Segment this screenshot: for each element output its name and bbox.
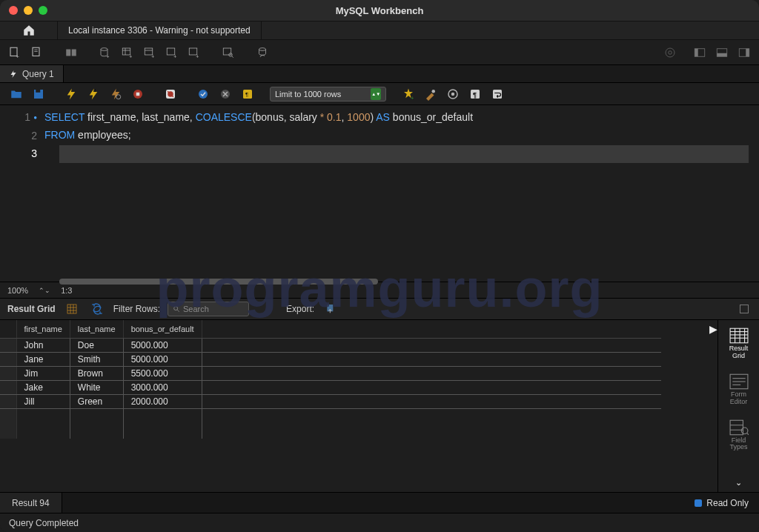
- table-cell[interactable]: Doe: [70, 339, 123, 353]
- column-header[interactable]: first_name: [16, 320, 70, 339]
- table-row[interactable]: JaneSmith5000.000: [0, 353, 661, 367]
- row-limit-label: Limit to 1000 rows: [275, 90, 341, 99]
- table-cell[interactable]: Smith: [70, 353, 123, 367]
- save-file-button[interactable]: [30, 85, 47, 103]
- maximize-result-button[interactable]: [740, 305, 749, 313]
- db-create-procedure-button[interactable]: +: [163, 44, 181, 61]
- toggle-autocommit-button[interactable]: [162, 85, 179, 103]
- execute-current-button[interactable]: I: [84, 85, 102, 103]
- side-panel-down-arrow[interactable]: ⌄: [735, 478, 742, 488]
- commit-button[interactable]: [194, 85, 212, 103]
- side-field-types-label: FieldTypes: [729, 437, 747, 452]
- db-create-function-button[interactable]: +: [185, 44, 203, 61]
- svg-line-58: [177, 310, 179, 312]
- table-cell[interactable]: 5000.000: [123, 339, 202, 353]
- db-create-view-button[interactable]: +: [141, 44, 159, 61]
- window-zoom-button[interactable]: [39, 6, 47, 15]
- read-only-label: Read Only: [706, 498, 749, 508]
- svg-text:+: +: [173, 53, 176, 59]
- table-cell[interactable]: Jim: [16, 367, 70, 381]
- titlebar: MySQL Workbench: [0, 0, 759, 21]
- read-only-indicator: Read Only: [684, 493, 759, 513]
- svg-text:+: +: [196, 53, 199, 59]
- result-tab-label: Result 94: [12, 498, 50, 508]
- db-create-table-button[interactable]: +: [119, 44, 136, 61]
- horizontal-scrollbar[interactable]: [59, 279, 378, 285]
- collapse-side-panel-arrow[interactable]: ▶: [709, 323, 717, 335]
- filter-search-input[interactable]: Search: [168, 302, 249, 316]
- find-button[interactable]: [422, 85, 440, 103]
- side-field-types-button[interactable]: FieldTypes: [721, 415, 757, 456]
- svg-rect-27: [695, 48, 698, 56]
- zoom-stepper-icon[interactable]: ⌃⌄: [39, 287, 50, 294]
- table-row[interactable]: JakeWhite3000.000: [0, 381, 661, 395]
- table-cell[interactable]: White: [70, 381, 123, 395]
- table-row[interactable]: JillGreen2000.000: [0, 395, 661, 409]
- db-create-schema-button[interactable]: +: [96, 44, 114, 61]
- footer-status-text: Query Completed: [9, 518, 79, 528]
- side-form-editor-label: FormEditor: [730, 391, 748, 406]
- table-cell[interactable]: Brown: [70, 367, 123, 381]
- table-cell[interactable]: Jane: [16, 353, 70, 367]
- result-grid[interactable]: first_namelast_namebonus_or_defaultJohnD…: [0, 320, 661, 439]
- reconnect-button[interactable]: [253, 44, 271, 61]
- window-minimize-button[interactable]: [24, 6, 33, 15]
- snippets-button[interactable]: [444, 85, 462, 103]
- panel-right-toggle[interactable]: [735, 44, 753, 61]
- svg-text:+: +: [411, 94, 414, 101]
- settings-button[interactable]: [661, 44, 679, 61]
- svg-line-75: [746, 433, 748, 434]
- result-tab-bar: Result 94 Read Only: [0, 492, 759, 513]
- window-close-button[interactable]: [9, 6, 18, 15]
- svg-text:¶: ¶: [245, 91, 248, 98]
- toggle-whitespace-button[interactable]: ¶: [239, 85, 256, 103]
- beautify-button[interactable]: +: [400, 85, 417, 103]
- sql-editor[interactable]: 1●23 SELECT first_name, last_name, COALE…: [0, 105, 759, 298]
- connection-tab[interactable]: Local instance 3306 - Warning - not supp…: [58, 21, 262, 39]
- column-header[interactable]: last_name: [70, 320, 123, 339]
- side-form-editor-button[interactable]: FormEditor: [721, 369, 757, 410]
- side-result-grid-button[interactable]: ResultGrid: [721, 323, 757, 365]
- home-tab[interactable]: [0, 21, 58, 39]
- export-button[interactable]: [322, 300, 339, 318]
- new-script-button[interactable]: [28, 44, 46, 61]
- toggle-invisible-button[interactable]: ¶: [466, 85, 484, 103]
- explain-button[interactable]: [107, 85, 125, 103]
- svg-text:+: +: [151, 53, 154, 59]
- execute-button[interactable]: [62, 85, 80, 103]
- result-grid-view-button[interactable]: [63, 300, 81, 318]
- query-tab-label: Query 1: [22, 69, 54, 79]
- wrap-button[interactable]: [488, 85, 506, 103]
- svg-text:+: +: [107, 53, 110, 59]
- stop-button[interactable]: [129, 85, 147, 103]
- table-row[interactable]: JohnDoe5000.000: [0, 339, 661, 353]
- svg-rect-5: [66, 49, 70, 56]
- open-file-button[interactable]: [7, 85, 25, 103]
- read-only-icon: [695, 499, 702, 507]
- panel-left-toggle[interactable]: [691, 44, 709, 61]
- refresh-button[interactable]: [88, 300, 106, 318]
- table-cell[interactable]: Green: [70, 395, 123, 409]
- table-cell[interactable]: 5000.000: [123, 353, 202, 367]
- table-row[interactable]: JimBrown5500.000: [0, 367, 661, 381]
- rollback-button[interactable]: [216, 85, 234, 103]
- new-sql-tab-button[interactable]: +: [6, 44, 24, 61]
- svg-rect-37: [136, 92, 140, 96]
- result-tab[interactable]: Result 94: [0, 493, 62, 513]
- editor-code[interactable]: SELECT first_name, last_name, COALESCE(b…: [44, 108, 759, 162]
- row-limit-select[interactable]: Limit to 1000 rows ▲▼: [270, 87, 386, 102]
- table-cell[interactable]: 3000.000: [123, 381, 202, 395]
- table-cell[interactable]: John: [16, 339, 70, 353]
- column-header[interactable]: bonus_or_default: [123, 320, 202, 339]
- table-cell[interactable]: 2000.000: [123, 395, 202, 409]
- panel-bottom-toggle[interactable]: [713, 44, 731, 61]
- svg-point-24: [666, 48, 675, 57]
- table-cell[interactable]: Jake: [16, 381, 70, 395]
- search-table-data-button[interactable]: [219, 44, 237, 61]
- inspector-button[interactable]: [62, 44, 80, 61]
- table-cell[interactable]: Jill: [16, 395, 70, 409]
- result-grid-wrapper: ▶ first_namelast_namebonus_or_defaultJoh…: [0, 320, 717, 492]
- query-tab[interactable]: Query 1: [0, 65, 64, 82]
- svg-point-57: [174, 307, 178, 310]
- table-cell[interactable]: 5500.000: [123, 367, 202, 381]
